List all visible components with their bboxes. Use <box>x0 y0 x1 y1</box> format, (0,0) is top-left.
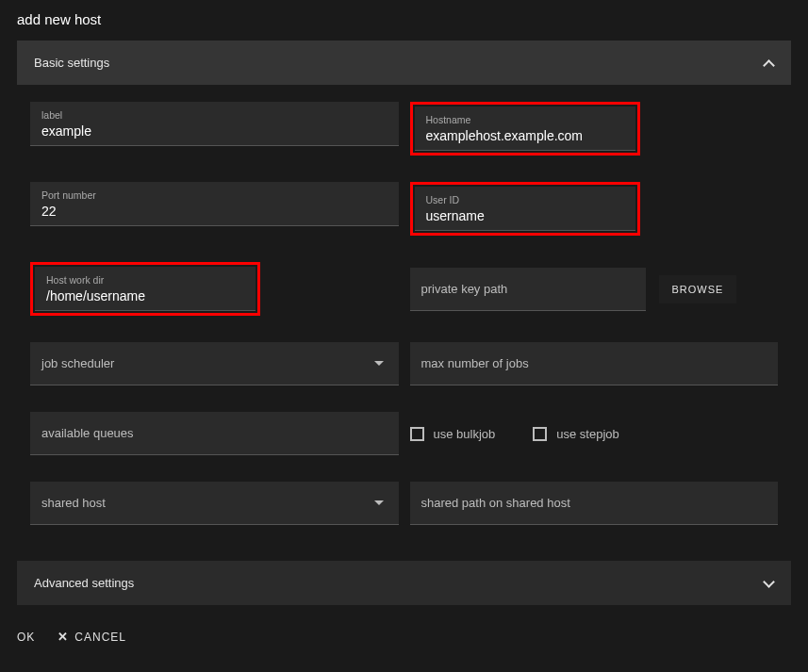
userid-highlight: User ID <box>410 182 640 236</box>
cancel-label: CANCEL <box>74 631 126 644</box>
dialog-footer: OK ✕ CANCEL <box>0 618 808 655</box>
sharedpath-field[interactable]: shared path on shared host <box>410 482 779 525</box>
hostname-field-label: Hostname <box>426 114 624 125</box>
workdir-input[interactable] <box>46 287 244 304</box>
hostname-field[interactable]: Hostname <box>415 107 635 151</box>
checkbox-icon <box>410 427 424 441</box>
sharedhost-label: shared host <box>41 496 106 510</box>
label-input[interactable] <box>41 123 388 139</box>
ok-label: OK <box>17 631 35 644</box>
queues-field[interactable]: available queues <box>30 412 399 455</box>
job-options: use bulkjob use stepjob <box>410 412 779 455</box>
stepjob-label: use stepjob <box>556 427 619 441</box>
bulkjob-label: use bulkjob <box>434 427 496 441</box>
page-title: add new host <box>0 11 808 41</box>
scheduler-select[interactable]: job scheduler <box>30 342 399 385</box>
basic-settings-body: label Hostname Port number <box>17 85 791 548</box>
sharedpath-label: shared path on shared host <box>421 496 570 510</box>
advanced-settings-header[interactable]: Advanced settings <box>17 561 791 605</box>
workdir-field-label: Host work dir <box>46 274 244 286</box>
stepjob-checkbox[interactable]: use stepjob <box>533 427 619 441</box>
dropdown-icon <box>374 500 384 505</box>
userid-field[interactable]: User ID <box>415 187 635 231</box>
bulkjob-checkbox[interactable]: use bulkjob <box>410 427 496 441</box>
chevron-up-icon <box>763 57 774 69</box>
advanced-settings-panel: Advanced settings <box>17 561 791 605</box>
sharedhost-select[interactable]: shared host <box>30 482 399 525</box>
label-field-label: label <box>41 109 388 121</box>
chevron-down-icon <box>763 578 774 589</box>
port-field[interactable]: Port number <box>30 182 399 226</box>
dropdown-icon <box>374 361 384 366</box>
cancel-button[interactable]: ✕ CANCEL <box>58 630 126 644</box>
label-field[interactable]: label <box>30 102 399 146</box>
port-input[interactable] <box>41 203 388 220</box>
maxjobs-field[interactable]: max number of jobs <box>410 342 779 385</box>
maxjobs-label: max number of jobs <box>421 356 529 370</box>
basic-settings-header[interactable]: Basic settings <box>17 41 791 85</box>
scheduler-label: job scheduler <box>41 356 114 370</box>
advanced-settings-title: Advanced settings <box>34 576 134 590</box>
hostname-input[interactable] <box>426 127 624 144</box>
workdir-highlight: Host work dir <box>30 262 260 316</box>
browse-button[interactable]: BROWSE <box>659 275 737 303</box>
close-icon: ✕ <box>58 630 69 644</box>
queues-label: available queues <box>41 426 134 440</box>
userid-input[interactable] <box>426 207 624 224</box>
ok-button[interactable]: OK <box>17 631 35 644</box>
checkbox-icon <box>533 427 547 441</box>
workdir-field[interactable]: Host work dir <box>35 267 256 311</box>
pkey-field[interactable]: private key path <box>410 268 646 311</box>
port-field-label: Port number <box>41 189 388 201</box>
basic-settings-panel: Basic settings label Hostname <box>17 41 791 548</box>
userid-field-label: User ID <box>426 194 624 205</box>
basic-settings-title: Basic settings <box>34 56 109 70</box>
hostname-highlight: Hostname <box>410 102 640 156</box>
pkey-label: private key path <box>421 282 508 296</box>
